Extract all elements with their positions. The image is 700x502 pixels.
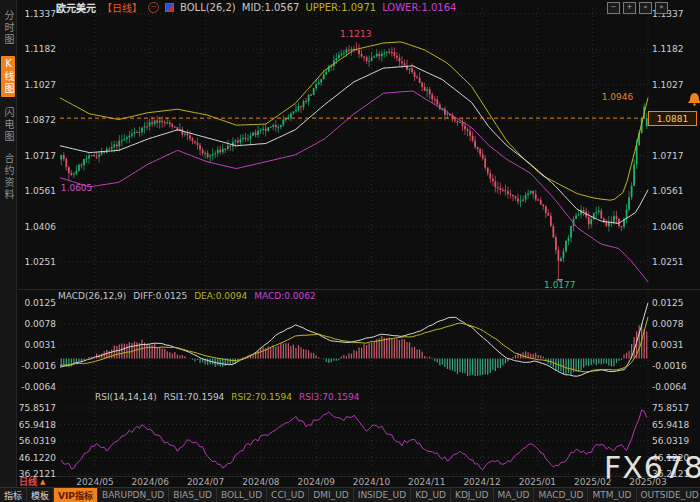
svg-text:1.0605: 1.0605 (61, 183, 93, 193)
toolbar-item-CCI_UD[interactable]: CCI_UD (267, 488, 309, 502)
svg-text:2024/12: 2024/12 (463, 477, 500, 487)
chart-app: 1.13371.13371.11821.11821.10271.10271.08… (0, 0, 700, 502)
macd-dea-value: DEA:0.0094 (194, 291, 247, 301)
svg-text:0.0125: 0.0125 (25, 298, 57, 308)
svg-text:56.0319: 56.0319 (652, 436, 689, 446)
svg-text:1.0251: 1.0251 (652, 257, 684, 267)
toolbar-item-指标[interactable]: 指标 (0, 488, 27, 502)
zoom-out-icon[interactable]: − (607, 2, 620, 14)
toolbar-item-OUTSIDE_UD[interactable]: OUTSIDE_UD (637, 488, 700, 502)
boll-upper-value: UPPER:1.0971 (305, 2, 376, 13)
toolbar-item-MTM_UD[interactable]: MTM_UD (588, 488, 636, 502)
sidebar-item-contract-info[interactable]: 合约资料 (1, 153, 15, 201)
toolbar-item-BARUPDN_UD[interactable]: BARUPDN_UD (98, 488, 169, 502)
svg-text:1.0717: 1.0717 (652, 151, 684, 161)
macd-diff-value: DIFF:0.0125 (133, 291, 187, 301)
boll-lower-value: LOWER:1.0164 (382, 2, 456, 13)
boll-mid-value: MID:1.0567 (242, 2, 300, 13)
indicator-toolbar: 指标模板VIP指标BARUPDN_UDBIAS_UDBOLL_UDCCI_UDD… (0, 487, 700, 502)
pane-controls: − + « » (607, 2, 668, 14)
svg-text:2024/11: 2024/11 (408, 477, 445, 487)
svg-text:1.0946: 1.0946 (602, 92, 634, 102)
rsi-header: RSI(14,14,14) RSI1:70.1594 RSI2:70.1594 … (95, 391, 360, 402)
symbol-name: 欧元美元 (56, 0, 96, 15)
svg-text:1.0561: 1.0561 (25, 186, 57, 196)
svg-text:-0.0016: -0.0016 (652, 361, 687, 371)
toolbar-item-INSIDE_UD[interactable]: INSIDE_UD (354, 488, 411, 502)
svg-text:1.0561: 1.0561 (652, 186, 684, 196)
pan-right-icon[interactable]: » (655, 2, 668, 14)
toolbar-item-模板[interactable]: 模板 (27, 488, 54, 502)
svg-text:2024/09: 2024/09 (298, 477, 336, 487)
indicator-settings-icon[interactable] (165, 3, 174, 12)
svg-text:0.0031: 0.0031 (652, 340, 684, 350)
rsi3-value: RSI3:70.1594 (299, 392, 360, 402)
svg-text:46.1220: 46.1220 (19, 453, 56, 463)
sidebar-item-kline-chart[interactable]: K线图 (1, 56, 15, 97)
chevron-up-icon: ▲ (40, 478, 45, 486)
last-price-value: 1.0881 (657, 114, 689, 124)
chart-header: 欧元美元 【日线】 − BOLL(26,2) MID:1.0567 UPPER:… (56, 1, 456, 14)
svg-text:-0.0016: -0.0016 (21, 361, 56, 371)
svg-text:1.0872: 1.0872 (25, 115, 57, 125)
svg-text:2025/01: 2025/01 (519, 477, 556, 487)
candles (60, 42, 647, 279)
period-tag: 【日线】 (102, 0, 142, 15)
svg-text:75.8517: 75.8517 (652, 403, 689, 413)
svg-text:-0.0064: -0.0064 (652, 382, 687, 392)
watermark: FX678 (604, 450, 700, 485)
svg-text:1.0717: 1.0717 (25, 151, 57, 161)
toolbar-item-BIAS_UD[interactable]: BIAS_UD (169, 488, 217, 502)
svg-text:1.1182: 1.1182 (652, 44, 684, 54)
svg-text:1.0177: 1.0177 (544, 280, 576, 290)
svg-text:1.0251: 1.0251 (25, 257, 57, 267)
toolbar-item-DMI_UD[interactable]: DMI_UD (309, 488, 353, 502)
macd-macd-value: MACD:0.0062 (254, 291, 316, 301)
toolbar-item-MA_UD[interactable]: MA_UD (494, 488, 535, 502)
collapse-icon[interactable]: − (148, 2, 159, 13)
toolbar-item-KDJ_UD[interactable]: KDJ_UD (451, 488, 494, 502)
sidebar-item-time-chart[interactable]: 分时图 (1, 10, 15, 46)
svg-text:1.1213: 1.1213 (340, 29, 372, 39)
svg-text:2024/05: 2024/05 (76, 477, 113, 487)
last-price-tag: 1.0881 (648, 111, 697, 126)
svg-text:0.0078: 0.0078 (652, 319, 684, 329)
toolbar-item-MACD_UD[interactable]: MACD_UD (534, 488, 588, 502)
svg-text:-0.0064: -0.0064 (21, 382, 56, 392)
svg-text:2024/06: 2024/06 (132, 477, 170, 487)
macd-header: MACD(26,12,9) DIFF:0.0125 DEA:0.0094 MAC… (58, 290, 316, 301)
svg-text:1.0406: 1.0406 (25, 222, 57, 232)
svg-text:0.0031: 0.0031 (25, 340, 57, 350)
sidebar-item-flash-chart[interactable]: 闪电图 (1, 107, 15, 143)
rsi1-value: RSI1:70.1594 (164, 392, 225, 402)
chart-type-rail: 分时图 K线图 闪电图 合约资料 (0, 0, 17, 487)
svg-text:2024/10: 2024/10 (353, 477, 391, 487)
svg-text:56.0319: 56.0319 (19, 436, 56, 446)
svg-text:0.0078: 0.0078 (25, 319, 57, 329)
toolbar-item-KD_UD[interactable]: KD_UD (411, 488, 451, 502)
toolbar-item-BOLL_UD[interactable]: BOLL_UD (217, 488, 267, 502)
svg-text:1.1182: 1.1182 (25, 44, 57, 54)
svg-text:1.1027: 1.1027 (25, 80, 57, 90)
svg-text:75.8517: 75.8517 (19, 403, 56, 413)
alert-bell-icon[interactable] (688, 93, 700, 103)
rsi-panel (61, 410, 646, 470)
pan-left-icon[interactable]: « (639, 2, 652, 14)
svg-text:2024/07: 2024/07 (187, 477, 224, 487)
bollinger-bands (60, 42, 648, 282)
svg-text:1.0406: 1.0406 (652, 222, 684, 232)
svg-text:1.1337: 1.1337 (25, 9, 57, 19)
rsi-label: RSI(14,14,14) (95, 392, 157, 402)
zoom-in-icon[interactable]: + (623, 2, 636, 14)
rsi2-value: RSI2:70.1594 (231, 392, 292, 402)
chart-canvas[interactable]: 1.13371.13371.11821.11821.10271.10271.08… (0, 0, 700, 502)
svg-text:1.1027: 1.1027 (652, 80, 684, 90)
boll-label: BOLL(26,2) (180, 2, 236, 13)
svg-text:65.9418: 65.9418 (19, 420, 56, 430)
svg-text:65.9418: 65.9418 (652, 420, 689, 430)
svg-text:2024/08: 2024/08 (242, 477, 280, 487)
svg-text:0.0125: 0.0125 (652, 298, 684, 308)
toolbar-item-VIP指标[interactable]: VIP指标 (54, 488, 98, 502)
macd-label: MACD(26,12,9) (58, 291, 126, 301)
